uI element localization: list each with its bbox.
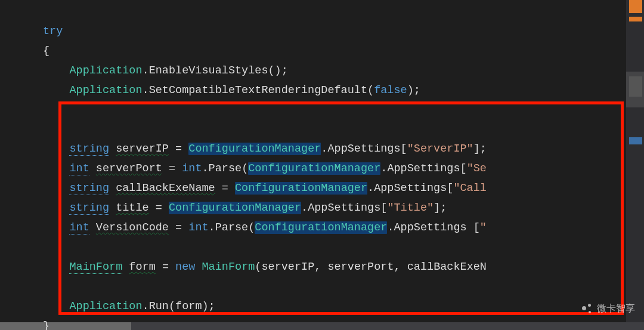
string-serverip: "ServerIP"	[407, 143, 473, 155]
var-serverip: serverIP	[116, 143, 169, 155]
method-run: Run	[149, 300, 169, 313]
keyword-false: false	[374, 84, 407, 97]
wechat-icon	[581, 304, 593, 313]
code-editor[interactable]: try { Application.EnableVisualStyles(); …	[0, 0, 626, 322]
minimap-marker	[629, 137, 642, 144]
brace-open: {	[43, 45, 49, 57]
minimap-marker	[629, 0, 642, 13]
keyword-string: string	[69, 143, 109, 156]
highlight-configmanager: ConfigurationManager	[188, 143, 321, 155]
var-form: form	[129, 261, 155, 273]
brace-close: }	[43, 320, 49, 330]
minimap[interactable]	[626, 0, 644, 322]
var-title: title	[116, 202, 149, 214]
watermark: 微卡智享	[581, 300, 635, 317]
type-application: Application	[69, 64, 142, 77]
method-enablevisualstyles: EnableVisualStyles	[149, 64, 268, 77]
keyword-new: new	[175, 261, 195, 273]
var-callbackexename: callBackExeName	[116, 182, 215, 195]
var-versioncode: VersionCode	[96, 221, 169, 234]
keyword-int: int	[69, 162, 89, 175]
minimap-marker	[629, 17, 642, 21]
method-setcompat: SetCompatibleTextRenderingDefault	[149, 84, 367, 97]
var-serverport: serverPort	[96, 162, 162, 175]
minimap-marker	[629, 76, 642, 97]
keyword-try: try	[43, 25, 63, 38]
watermark-text: 微卡智享	[597, 300, 635, 317]
type-mainform: MainForm	[69, 261, 122, 274]
string-title: "Title"	[387, 202, 434, 214]
